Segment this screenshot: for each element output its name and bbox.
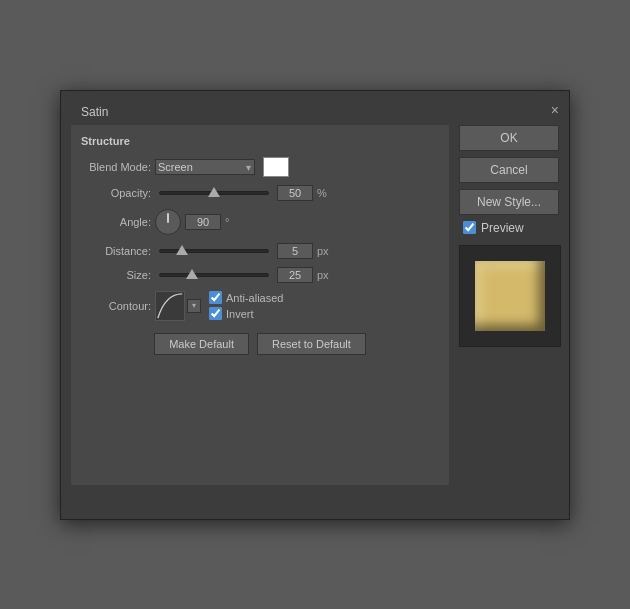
contour-preview[interactable] [155,291,185,321]
opacity-slider-track[interactable] [159,191,269,195]
invert-checkbox-label[interactable]: Invert [209,307,283,320]
angle-input[interactable]: 90 [185,214,221,230]
angle-row: Angle: 90 ° [81,209,439,235]
dialog-title: Satin [71,99,118,121]
size-slider-thumb[interactable] [186,269,198,279]
new-style-button[interactable]: New Style... [459,189,559,215]
anti-aliased-checkbox-label[interactable]: Anti-aliased [209,291,283,304]
contour-label: Contour: [81,300,151,312]
invert-checkbox[interactable] [209,307,222,320]
contour-row: Contour: ▾ Anti-aliased [81,291,439,321]
reset-to-default-button[interactable]: Reset to Default [257,333,366,355]
opacity-slider-thumb[interactable] [208,187,220,197]
opacity-unit: % [317,187,333,199]
blend-mode-select-wrapper[interactable]: Screen Normal Multiply Overlay [155,159,255,175]
angle-label: Angle: [81,216,151,228]
size-label: Size: [81,269,151,281]
anti-aliased-label: Anti-aliased [226,292,283,304]
distance-slider-thumb[interactable] [176,245,188,255]
ok-button[interactable]: OK [459,125,559,151]
preview-swatch [475,261,545,331]
size-unit: px [317,269,333,281]
contour-dropdown[interactable]: ▾ [187,299,201,313]
size-row: Size: 25 px [81,267,439,283]
dialog-body: Structure Blend Mode: Screen Normal Mult… [61,125,569,495]
distance-label: Distance: [81,245,151,257]
cancel-button[interactable]: Cancel [459,157,559,183]
left-panel: Structure Blend Mode: Screen Normal Mult… [71,125,449,485]
distance-slider-track[interactable] [159,249,269,253]
angle-unit: ° [225,216,241,228]
opacity-row: Opacity: 50 % [81,185,439,201]
size-slider-track[interactable] [159,273,269,277]
blend-mode-color-swatch[interactable] [263,157,289,177]
preview-checkbox-label[interactable]: Preview [459,221,559,235]
blend-mode-row: Blend Mode: Screen Normal Multiply Overl… [81,157,439,177]
preview-canvas [459,245,561,347]
section-title: Structure [81,135,439,147]
satin-dialog: Satin × Structure Blend Mode: Screen Nor… [60,90,570,520]
opacity-label: Opacity: [81,187,151,199]
contour-controls: ▾ [155,291,201,321]
bottom-buttons: Make Default Reset to Default [81,333,439,355]
distance-row: Distance: 5 px [81,243,439,259]
make-default-button[interactable]: Make Default [154,333,249,355]
invert-label: Invert [226,308,254,320]
distance-input[interactable]: 5 [277,243,313,259]
close-button[interactable]: × [551,103,559,117]
contour-checkboxes: Anti-aliased Invert [209,291,283,320]
title-bar: Satin × [61,91,569,125]
preview-label: Preview [481,221,524,235]
opacity-input[interactable]: 50 [277,185,313,201]
angle-dial[interactable] [155,209,181,235]
distance-unit: px [317,245,333,257]
preview-checkbox[interactable] [463,221,476,234]
size-input[interactable]: 25 [277,267,313,283]
blend-mode-select[interactable]: Screen Normal Multiply Overlay [155,159,255,175]
right-panel: OK Cancel New Style... Preview [459,125,559,485]
blend-mode-label: Blend Mode: [81,161,151,173]
anti-aliased-checkbox[interactable] [209,291,222,304]
